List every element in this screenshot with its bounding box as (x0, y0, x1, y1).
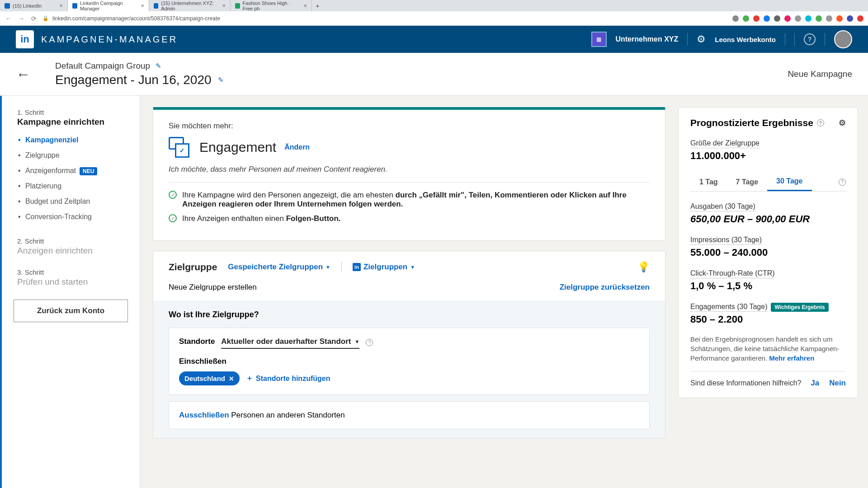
avatar[interactable] (834, 30, 852, 48)
audience-size-label: Größe der Zielgruppe (690, 139, 760, 148)
help-icon[interactable]: ? (817, 119, 824, 127)
spend-label: Ausgaben (30 Tage) (690, 202, 755, 211)
exclude-link[interactable]: Ausschließen (179, 411, 229, 419)
feedback-yes-button[interactable]: Ja (811, 379, 819, 388)
help-icon[interactable]: ? (366, 339, 373, 346)
locations-label: Standorte (179, 337, 215, 346)
reload-icon[interactable]: ⟳ (30, 15, 38, 22)
forward-icon[interactable]: → (17, 15, 25, 22)
help-icon[interactable]: ? (804, 33, 816, 45)
new-tab-button[interactable]: + (312, 2, 323, 9)
change-objective-link[interactable]: Ändern (284, 143, 310, 151)
reset-audience-link[interactable]: Zielgruppe zurücksetzen (560, 283, 650, 292)
browser-tab[interactable]: LinkedIn Campaign Manager× (68, 0, 149, 11)
engagement-icon (169, 136, 191, 159)
new-campaign-label: Neue Kampagne (788, 69, 852, 79)
campaign-header: ← Default Campaign Group✎ Engagement - J… (0, 53, 868, 96)
objective-description: Ich möchte, dass mehr Personen auf meine… (169, 165, 650, 183)
objective-card: Sie möchten mehr: Engagement Ändern Ich … (153, 107, 665, 241)
audience-card: Zielgruppe Gespeicherte Zielgruppen▼ inZ… (153, 251, 665, 439)
sidebar-item-objective[interactable]: Kampagnenziel (17, 132, 124, 148)
sidebar-item-audience[interactable]: Zielgruppe (17, 148, 124, 163)
step-title: Kampagne einrichten (17, 117, 124, 127)
linkedin-icon: in (353, 263, 361, 271)
campaign-name: Engagement - Jun 16, 2020✎ (55, 73, 224, 87)
edit-icon[interactable]: ✎ (218, 76, 224, 84)
spend-value: 650,00 EUR – 900,00 EUR (690, 213, 846, 225)
ctr-label: Click-Through-Rate (CTR) (690, 269, 775, 278)
close-icon[interactable]: × (222, 2, 226, 9)
lock-icon: 🔒 (42, 15, 49, 21)
company-name[interactable]: Unternehmen XYZ (616, 35, 679, 43)
forecast-disclaimer: Bei den Ergebnisprognosen handelt es sic… (690, 334, 846, 363)
linkedin-audiences-dropdown[interactable]: inZielgruppen▼ (353, 263, 415, 272)
audience-title: Zielgruppe (169, 262, 217, 272)
company-icon[interactable]: ▦ (591, 32, 607, 47)
want-more-label: Sie möchten mehr: (169, 122, 650, 131)
sidebar-item-budget[interactable]: Budget und Zeitplan (17, 194, 124, 209)
linkedin-logo[interactable]: in (16, 30, 34, 48)
plus-icon: ＋ (246, 374, 253, 383)
location-chip[interactable]: Deutschland✕ (179, 371, 240, 385)
edit-icon[interactable]: ✎ (156, 62, 161, 70)
back-arrow-icon[interactable]: ← (16, 66, 30, 83)
app-title: KAMPAGNEN-MANAGER (41, 34, 178, 45)
campaign-group-name: Default Campaign Group✎ (55, 61, 224, 71)
add-location-link[interactable]: ＋Standorte hinzufügen (246, 374, 330, 383)
include-label: Einschließen (179, 357, 639, 366)
key-result-badge: Wichtiges Ergebnis (771, 303, 828, 312)
app-header: in KAMPAGNEN-MANAGER ▦ Unternehmen XYZ ⚙… (0, 26, 868, 53)
address-bar: ← → ⟳ 🔒linkedin.com/campaignmanager/acco… (0, 11, 868, 26)
objective-name: Engagement (199, 140, 276, 155)
account-name[interactable]: Leons Werbekonto (715, 36, 776, 43)
new-audience-label: Neue Zielgruppe erstellen (169, 283, 257, 292)
feedback-question: Sind diese Informationen hilfreich? (690, 379, 801, 387)
lightbulb-icon[interactable]: 💡 (637, 261, 650, 273)
tab-7-days[interactable]: 7 Tage (727, 174, 768, 191)
exclude-box: Ausschließen Personen an anderen Standor… (169, 401, 650, 429)
browser-tabs-bar: (15) LinkedIn× LinkedIn Campaign Manager… (0, 0, 868, 11)
back-to-account-button[interactable]: Zurück zum Konto (14, 300, 128, 322)
step-title[interactable]: Anzeigen einrichten (17, 246, 124, 256)
close-icon[interactable]: × (141, 2, 144, 9)
step-title[interactable]: Prüfen und starten (17, 277, 124, 287)
step-number: 1. Schritt (17, 108, 124, 116)
engagements-label: Engagements (30 Tage) (690, 303, 767, 312)
saved-audiences-dropdown[interactable]: Gespeicherte Zielgruppen▼ (228, 263, 330, 272)
tab-30-days[interactable]: 30 Tage (767, 173, 811, 191)
tab-1-day[interactable]: 1 Tag (690, 174, 727, 191)
feedback-no-button[interactable]: Nein (829, 379, 846, 388)
check-icon: ✓ (169, 191, 177, 199)
learn-more-link[interactable]: Mehr erfahren (769, 354, 814, 362)
chevron-down-icon: ▼ (410, 264, 415, 270)
gear-icon[interactable]: ⚙ (697, 33, 706, 45)
location-question: Wo ist Ihre Zielgruppe? (169, 310, 650, 319)
new-badge: NEU (80, 167, 97, 175)
chevron-down-icon: ▼ (326, 264, 330, 270)
sidebar-item-conversion[interactable]: Conversion-Tracking (17, 209, 124, 225)
browser-tab[interactable]: Fashion Shoes High · Free ph× (231, 0, 312, 11)
step-number: 2. Schritt (17, 237, 124, 245)
url-input[interactable]: 🔒linkedin.com/campaignmanager/account/50… (42, 15, 728, 22)
impressions-value: 55.000 – 240.000 (690, 247, 846, 258)
close-icon[interactable]: × (303, 2, 307, 9)
location-type-dropdown[interactable]: Aktueller oder dauerhafter Standort▼ (221, 337, 359, 349)
main-content: Sie möchten mehr: Engagement Ändern Ich … (140, 96, 678, 488)
sidebar-item-placement[interactable]: Platzierung (17, 178, 124, 194)
close-icon[interactable]: × (59, 2, 63, 9)
browser-tab[interactable]: (15) LinkedIn× (0, 0, 68, 11)
extension-icons (732, 15, 863, 22)
forecast-panel: Prognostizierte Ergebnisse ? ⚙ Größe der… (678, 96, 868, 488)
check-icon: ✓ (169, 214, 177, 222)
sidebar-item-format[interactable]: AnzeigenformatNEU (17, 163, 124, 178)
gear-icon[interactable]: ⚙ (839, 118, 846, 128)
impressions-label: Impressions (30 Tage) (690, 236, 762, 245)
help-icon[interactable]: ? (839, 178, 846, 186)
remove-chip-icon[interactable]: ✕ (229, 375, 234, 382)
objective-bullet: ✓ Ihre Anzeigen enthalten einen Folgen-B… (169, 214, 650, 223)
objective-bullet: ✓ Ihre Kampagne wird den Personen angeze… (169, 191, 650, 209)
engagements-value: 850 – 2.200 (690, 314, 846, 325)
back-icon[interactable]: ← (5, 15, 13, 22)
step-number: 3. Schritt (17, 268, 124, 276)
browser-tab[interactable]: (15) Unternehmen XYZ: Admin× (149, 0, 231, 11)
